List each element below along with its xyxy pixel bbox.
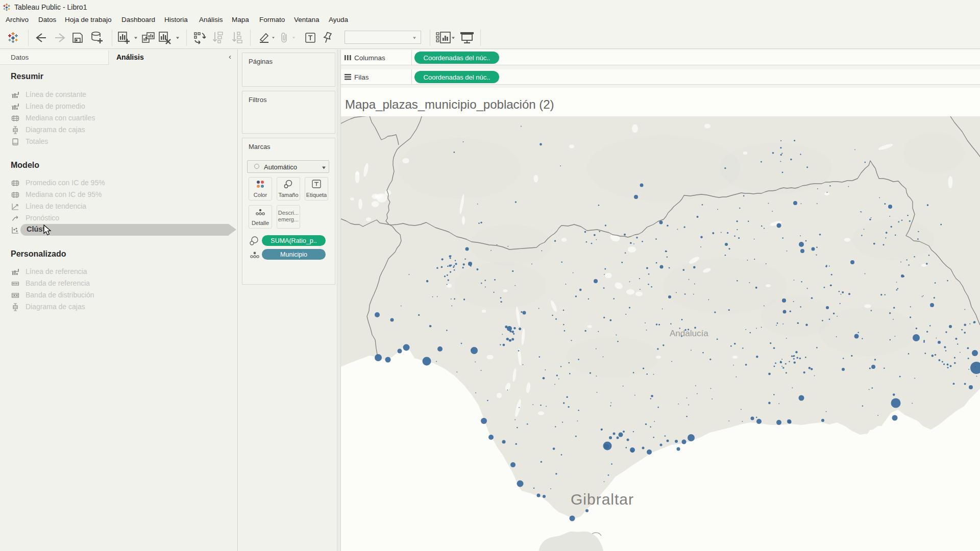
svg-text:Gibraltar: Gibraltar (571, 491, 634, 508)
svg-text:Andalucía: Andalucía (670, 329, 708, 338)
